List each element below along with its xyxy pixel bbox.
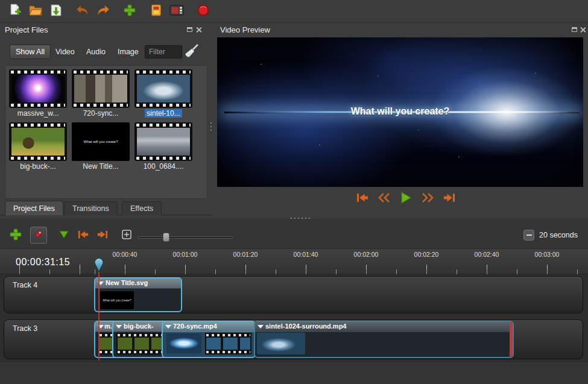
ruler-tick-label: 00:01:40: [294, 251, 318, 258]
jump-to-start-button[interactable]: [353, 190, 371, 207]
file-thumbnail: [134, 122, 192, 161]
clip-menu-caret-icon[interactable]: [116, 325, 122, 329]
file-item-100-0684[interactable]: 100_0684....: [134, 122, 192, 171]
project-files-close-button[interactable]: [195, 26, 203, 33]
timeline-ruler[interactable]: 00:00:31:15 00:00:40 00:01:00 00:01:20 0…: [0, 248, 588, 274]
filter-show-all-button[interactable]: Show All: [10, 45, 51, 59]
fullscreen-icon: [169, 4, 184, 19]
file-label: sintel-10...: [134, 109, 192, 118]
close-icon: [580, 27, 586, 33]
main-toolbar: [0, 0, 588, 23]
playhead-handle[interactable]: [93, 256, 104, 275]
fullscreen-button[interactable]: [166, 2, 187, 20]
undo-icon: [75, 4, 90, 19]
filter-image-button[interactable]: Image: [118, 48, 139, 56]
file-item-sintel[interactable]: sintel-10...: [134, 69, 192, 118]
import-files-icon: [123, 4, 136, 19]
clip-title: 720-sync.mp4: [173, 323, 217, 330]
clear-filter-button[interactable]: [183, 42, 201, 60]
razor-tool-button[interactable]: [30, 227, 47, 244]
openshot-window: Project Files Video Preview Show All Vid…: [0, 0, 588, 384]
tab-project-files[interactable]: Project Files: [5, 201, 63, 215]
undo-button[interactable]: [72, 2, 93, 20]
jump-to-end-button[interactable]: [440, 190, 458, 207]
clip-thumbnail: [166, 333, 201, 353]
zoom-slider-handle[interactable]: [163, 233, 169, 242]
add-track-button[interactable]: [7, 227, 24, 244]
tab-transitions[interactable]: Transitions: [64, 201, 118, 215]
file-thumbnail: [9, 122, 67, 161]
file-item-massive[interactable]: massive_w...: [9, 69, 67, 118]
ruler-tick-label: 00:02:40: [475, 251, 499, 258]
file-label: New Title...: [72, 162, 130, 171]
rewind-button[interactable]: [375, 190, 393, 207]
clip-thumbnail: What will you create?: [100, 291, 134, 309]
file-label: 720-sync...: [72, 109, 130, 118]
project-files-panel-title: Project Files: [5, 25, 48, 34]
clip-menu-caret-icon[interactable]: [165, 325, 171, 329]
new-project-icon: [8, 4, 22, 19]
float-icon: [572, 27, 577, 32]
previous-marker-button[interactable]: [76, 229, 90, 242]
add-marker-button[interactable]: [57, 229, 71, 242]
ruler-tick-label: 00:00:40: [113, 251, 138, 258]
clip-thumbnail: [116, 333, 168, 354]
import-files-button[interactable]: [119, 2, 140, 20]
fast-forward-icon: [420, 192, 435, 206]
track-label: Track 3: [13, 324, 37, 333]
ruler-tick-label: 00:02:00: [354, 251, 379, 258]
clip-new-title[interactable]: New Title.svg What will you create?: [94, 277, 182, 312]
file-label: big-buck-...: [9, 162, 67, 171]
fast-forward-button[interactable]: [419, 190, 437, 207]
clip-thumb-text: What will you create?: [103, 298, 131, 302]
clip-menu-caret-icon[interactable]: [258, 325, 264, 329]
ruler-tick-label: 00:01:20: [233, 251, 258, 258]
center-playhead-button[interactable]: [119, 228, 134, 243]
ruler-tick-label: 00:03:00: [535, 251, 560, 258]
minus-icon: [526, 234, 532, 236]
new-project-button[interactable]: [5, 2, 25, 20]
filter-video-button[interactable]: Video: [55, 48, 75, 56]
razor-icon: [33, 228, 44, 242]
file-label: massive_w...: [9, 109, 67, 118]
file-item-new-title[interactable]: What will you create? New Title...: [72, 122, 130, 171]
clip-sintel[interactable]: sintel-1024-surround.mp4: [254, 321, 514, 358]
clip-title: sintel-1024-surround.mp4: [265, 323, 346, 330]
file-thumbnail: [72, 69, 130, 108]
play-button[interactable]: [397, 190, 415, 207]
video-preview-float-button[interactable]: [571, 26, 578, 33]
redo-button[interactable]: [93, 2, 113, 20]
zoom-slider[interactable]: [138, 231, 233, 243]
filter-input[interactable]: [145, 45, 182, 58]
selected-file-label: sintel-10...: [145, 109, 182, 118]
export-video-button[interactable]: [193, 2, 213, 20]
timeline-section: 20 seconds 00:00:31:15 00:00:40 00:01:00…: [0, 219, 588, 384]
choose-profile-icon: [150, 4, 162, 19]
ruler-tick-label: 00:02:20: [414, 251, 439, 258]
project-files-float-button[interactable]: [186, 26, 193, 33]
tab-effects[interactable]: Effects: [122, 201, 162, 215]
file-thumbnail: What will you create?: [72, 122, 130, 161]
video-preview-close-button[interactable]: [580, 26, 587, 33]
clip-720-sync[interactable]: 720-sync.mp4: [162, 321, 256, 358]
next-marker-button[interactable]: [95, 229, 110, 242]
vertical-splitter[interactable]: [209, 36, 213, 217]
file-thumbnail: [134, 69, 192, 108]
filter-audio-button[interactable]: Audio: [86, 48, 106, 56]
playhead-line: [98, 271, 100, 360]
jump-to-start-icon: [355, 192, 370, 206]
choose-profile-button[interactable]: [146, 2, 166, 20]
open-project-button[interactable]: [25, 2, 46, 20]
zoom-out-button[interactable]: [523, 230, 534, 241]
ruler-tick-label: 00:01:00: [173, 251, 198, 258]
file-item-big-buck[interactable]: big-buck-...: [9, 122, 67, 171]
next-marker-icon: [96, 229, 109, 242]
track-row-4[interactable]: Track 4 New Title.svg What will you crea…: [4, 276, 583, 313]
clip-filmstrip: [205, 333, 251, 354]
save-project-button[interactable]: [46, 2, 66, 20]
add-track-icon: [9, 228, 22, 244]
file-item-720-sync[interactable]: 720-sync...: [72, 69, 130, 118]
track-row-3[interactable]: Track 3 m... big-buck- 720-sync.mp: [4, 319, 583, 359]
clip-trim-end-handle[interactable]: [510, 322, 513, 357]
redo-icon: [96, 4, 110, 19]
